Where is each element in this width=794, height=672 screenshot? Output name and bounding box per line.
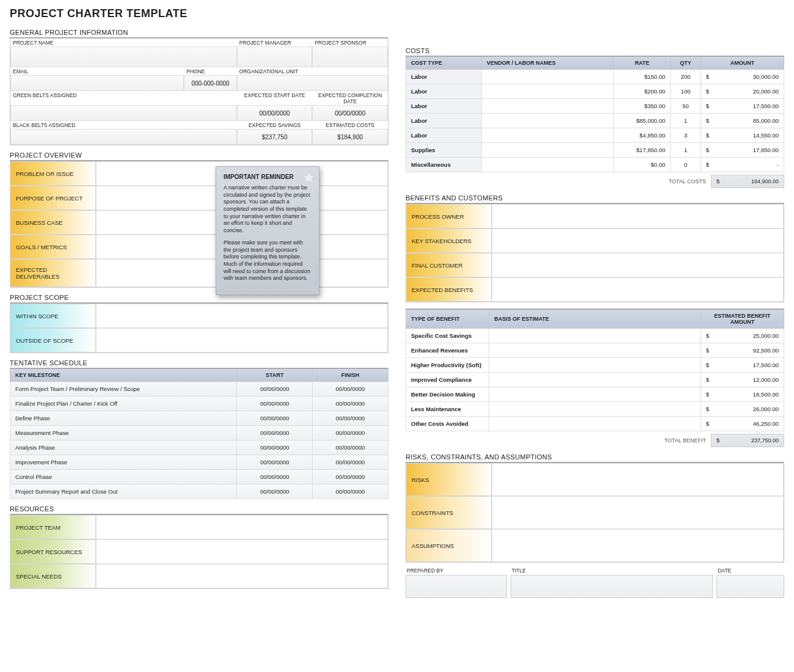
- input-email[interactable]: [10, 75, 184, 91]
- table-row: $14,550.00: [701, 128, 784, 143]
- risks-label: RISKS: [406, 463, 492, 496]
- table-row: $46,250.00: [701, 417, 784, 431]
- table-row[interactable]: [489, 402, 701, 417]
- table-row: $85,000.00: [614, 114, 671, 128]
- bc-input[interactable]: [492, 228, 784, 253]
- th-milestone: KEY MILESTONE: [10, 368, 237, 382]
- table-row[interactable]: [481, 158, 614, 172]
- table-row: $0.00: [614, 158, 671, 172]
- table-row[interactable]: [481, 128, 614, 143]
- input-project-name[interactable]: [10, 46, 237, 67]
- table-row: Better Decision Making: [406, 387, 489, 402]
- table-row[interactable]: [489, 329, 701, 343]
- table-row: Form Project Team / Preliminary Review /…: [10, 382, 237, 396]
- bc-input[interactable]: [492, 277, 784, 302]
- resources-block: PROJECT TEAM SUPPORT RESOURCES SPECIAL N…: [10, 514, 388, 589]
- scope-input[interactable]: [96, 304, 388, 328]
- table-row[interactable]: [489, 343, 701, 358]
- table-row: $150.00: [614, 70, 671, 84]
- input-exp-complete[interactable]: 00/00/0000: [312, 105, 388, 121]
- reminder-title: IMPORTANT REMINDER: [224, 173, 311, 181]
- table-row: $25,000.00: [701, 329, 784, 343]
- input-project-manager[interactable]: [237, 46, 313, 67]
- table-row[interactable]: [481, 143, 614, 158]
- table-row: 00/00/0000: [237, 396, 313, 411]
- table-row: Labor: [406, 99, 482, 114]
- risks-input[interactable]: [492, 529, 784, 562]
- input-black-belts[interactable]: [10, 129, 237, 145]
- overview-label: PROBLEM OR ISSUE: [10, 161, 96, 186]
- table-row: $17,850.00: [701, 143, 784, 158]
- input-project-sponsor[interactable]: [312, 46, 388, 67]
- resources-input[interactable]: [96, 564, 388, 588]
- section-resources: RESOURCES: [10, 505, 388, 513]
- risks-label: CONSTRAINTS: [406, 496, 492, 529]
- section-risks: RISKS, CONSTRAINTS, AND ASSUMPTIONS: [406, 453, 784, 461]
- reminder-popup: ★ IMPORTANT REMINDER A narrative written…: [216, 166, 319, 295]
- reminder-text: A narrative written charter must be circ…: [224, 184, 311, 235]
- table-row: Enhanced Revenues: [406, 343, 489, 358]
- resources-label: SUPPORT RESOURCES: [10, 539, 96, 564]
- input-prepared-by[interactable]: [406, 575, 507, 598]
- table-row: 00/00/0000: [313, 470, 388, 484]
- input-sig-title[interactable]: [511, 575, 713, 598]
- table-row: Supplies: [406, 143, 482, 158]
- th-est-amount: ESTIMATED BENEFIT AMOUNT: [701, 309, 784, 329]
- section-schedule: TENTATIVE SCHEDULE: [10, 359, 388, 367]
- table-row[interactable]: [489, 417, 701, 431]
- input-exp-start[interactable]: 00/00/0000: [237, 105, 313, 121]
- section-general: GENERAL PROJECT INFORMATION: [10, 29, 388, 36]
- table-row: Finalize Project Plan / Charter / Kick O…: [10, 396, 237, 411]
- input-phone[interactable]: 000-000-0000: [184, 75, 237, 91]
- table-row: 00/00/0000: [237, 411, 313, 426]
- th-finish: FINISH: [313, 368, 388, 382]
- section-bc: BENEFITS AND CUSTOMERS: [406, 194, 784, 202]
- bc-block: PROCESS OWNER KEY STAKEHOLDERS FINAL CUS…: [406, 203, 784, 302]
- scope-input[interactable]: [96, 328, 388, 352]
- table-row: 00/00/0000: [313, 484, 388, 499]
- total-benefit-value: $237,750.00: [711, 434, 784, 447]
- bc-input[interactable]: [492, 204, 784, 228]
- value-exp-savings: $237,750: [237, 129, 313, 145]
- general-info-block: PROJECT NAME PROJECT MANAGER PROJECT SPO…: [10, 37, 388, 145]
- input-sig-date[interactable]: [716, 575, 784, 598]
- table-row[interactable]: [481, 99, 614, 114]
- table-row[interactable]: [489, 373, 701, 387]
- table-row[interactable]: [489, 387, 701, 402]
- input-org-unit[interactable]: [237, 75, 388, 91]
- resources-input[interactable]: [96, 539, 388, 564]
- label-sig-date: DATE: [716, 566, 784, 575]
- overview-label: EXPECTED DELIVERABLES: [10, 259, 96, 287]
- table-row: 1: [671, 114, 701, 128]
- table-row: $4,850.00: [614, 128, 671, 143]
- table-row[interactable]: [489, 358, 701, 373]
- th-qty: QTY: [671, 56, 701, 70]
- table-row: 00/00/0000: [237, 426, 313, 440]
- table-row: 00/00/0000: [237, 440, 313, 455]
- table-row: $26,000.00: [701, 402, 784, 417]
- total-costs-value: $184,900.00: [711, 175, 784, 188]
- risks-input[interactable]: [492, 463, 784, 496]
- table-row[interactable]: [481, 114, 614, 128]
- overview-block: PROBLEM OR ISSUE PURPOSE OF PROJECT BUSI…: [10, 160, 388, 288]
- table-row: Improved Compliance: [406, 373, 489, 387]
- bc-input[interactable]: [492, 253, 784, 277]
- table-row: Higher Productivity (Soft): [406, 358, 489, 373]
- table-row: Miscellaneous: [406, 158, 482, 172]
- table-row[interactable]: [481, 84, 614, 99]
- table-row: Analysis Phase: [10, 440, 237, 455]
- input-green-belts[interactable]: [10, 105, 237, 121]
- resources-input[interactable]: [96, 515, 388, 539]
- resources-label: PROJECT TEAM: [10, 515, 96, 539]
- table-row[interactable]: [481, 70, 614, 84]
- overview-label: BUSINESS CASE: [10, 210, 96, 235]
- table-row: $17,500.00: [701, 99, 784, 114]
- table-row: 0: [671, 158, 701, 172]
- label-exp-complete: EXPECTED COMPLETION DATE: [312, 91, 388, 105]
- risks-input[interactable]: [492, 496, 784, 529]
- table-row: 50: [671, 99, 701, 114]
- value-est-costs: $184,900: [312, 129, 388, 145]
- table-row: $20,000.00: [701, 84, 784, 99]
- table-row: Labor: [406, 128, 482, 143]
- label-project-manager: PROJECT MANAGER: [237, 38, 313, 46]
